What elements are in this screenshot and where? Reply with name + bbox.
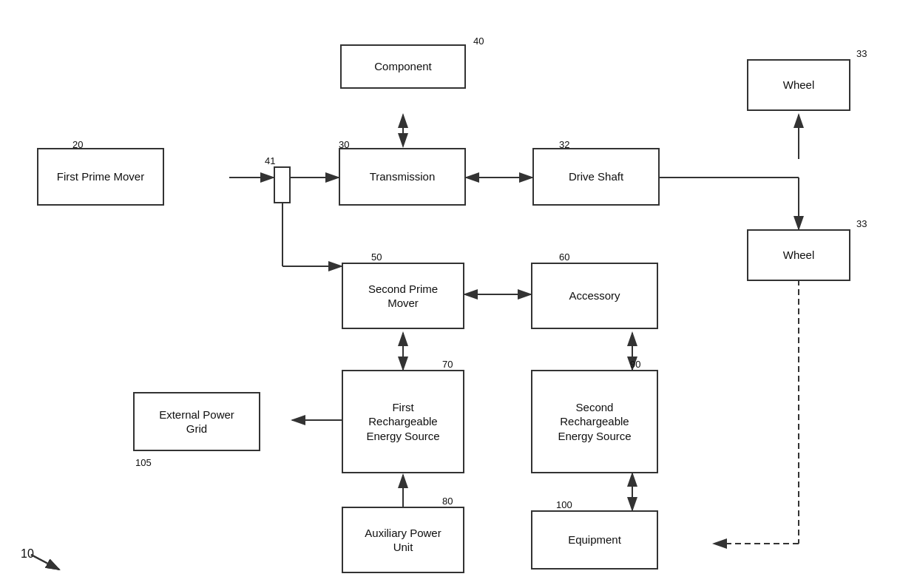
label-arrow-svg — [0, 0, 89, 588]
wheel-bottom-label: Wheel — [783, 248, 815, 263]
first-prime-mover-number: 20 — [72, 139, 83, 150]
coupler-box — [274, 166, 291, 203]
first-rechargeable-number: 70 — [442, 359, 453, 370]
drive-shaft-box: Drive Shaft — [532, 148, 660, 206]
component-number: 40 — [473, 36, 484, 47]
auxiliary-power-unit-box: Auxiliary Power Unit — [342, 507, 464, 573]
second-rechargeable-label: Second Rechargeable Energy Source — [558, 400, 631, 444]
wheel-bottom-box: Wheel — [747, 229, 850, 281]
accessory-label: Accessory — [569, 288, 620, 303]
external-power-grid-number: 105 — [135, 457, 152, 468]
external-power-grid-box: External Power Grid — [133, 392, 260, 451]
diagram-number: 10 — [21, 547, 34, 561]
diagram-container: Component 40 Transmission 30 First Prime… — [0, 0, 917, 588]
transmission-label: Transmission — [370, 169, 436, 184]
coupler-number: 41 — [265, 155, 275, 166]
second-prime-mover-number: 50 — [371, 251, 382, 263]
drive-shaft-number: 32 — [559, 139, 569, 150]
auxiliary-power-unit-label: Auxiliary Power Unit — [365, 526, 441, 555]
second-rechargeable-number: 90 — [630, 359, 640, 370]
wheel-top-label: Wheel — [783, 78, 815, 92]
transmission-box: Transmission — [339, 148, 466, 206]
component-box: Component — [340, 44, 466, 89]
wheel-top-box: Wheel — [747, 59, 850, 111]
accessory-number: 60 — [559, 251, 569, 263]
equipment-number: 100 — [556, 499, 572, 510]
equipment-label: Equipment — [568, 533, 621, 547]
svg-line-21 — [31, 555, 59, 570]
first-prime-mover-label: First Prime Mover — [57, 169, 144, 184]
second-prime-mover-box: Second Prime Mover — [342, 263, 464, 329]
auxiliary-power-unit-number: 80 — [442, 496, 453, 507]
external-power-grid-label: External Power Grid — [159, 408, 234, 436]
first-prime-mover-box: First Prime Mover — [37, 148, 164, 206]
second-rechargeable-box: Second Rechargeable Energy Source — [531, 370, 658, 473]
component-label: Component — [374, 59, 432, 74]
wheel-top-number: 33 — [856, 48, 867, 59]
first-rechargeable-label: First Rechargeable Energy Source — [366, 400, 439, 444]
second-prime-mover-label: Second Prime Mover — [368, 282, 438, 311]
accessory-box: Accessory — [531, 263, 658, 329]
wheel-bottom-number: 33 — [856, 218, 867, 229]
equipment-box: Equipment — [531, 510, 658, 570]
drive-shaft-label: Drive Shaft — [569, 169, 623, 184]
svg-line-23 — [31, 555, 59, 570]
first-rechargeable-box: First Rechargeable Energy Source — [342, 370, 464, 473]
transmission-number: 30 — [339, 139, 349, 150]
